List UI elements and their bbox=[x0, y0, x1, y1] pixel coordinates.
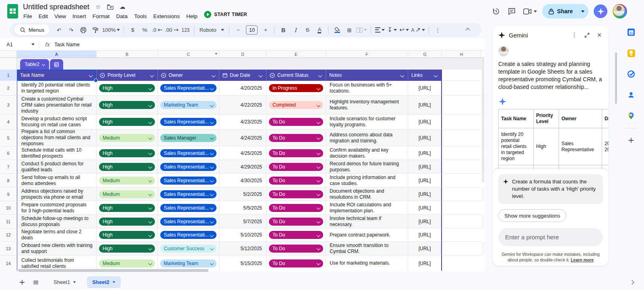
horizontal-scrollbar-thumb[interactable] bbox=[18, 269, 208, 272]
menu-view[interactable]: View bbox=[51, 12, 69, 21]
status-chip[interactable]: To Do bbox=[269, 149, 323, 157]
vertical-align-button[interactable]: ↧ bbox=[386, 25, 398, 35]
priority-chip[interactable]: High bbox=[99, 163, 155, 171]
chevron-down-icon[interactable] bbox=[89, 73, 93, 77]
owner-cell[interactable]: Sales Representati... bbox=[158, 81, 219, 96]
status-cell[interactable]: To Do bbox=[266, 146, 326, 160]
status-cell[interactable]: In Progress bbox=[266, 81, 326, 96]
link-cell[interactable]: [URL] bbox=[408, 228, 442, 242]
owner-cell[interactable]: Sales Representati... bbox=[158, 215, 219, 228]
format-currency-button[interactable]: $ bbox=[127, 25, 138, 35]
close-panel-icon[interactable]: × bbox=[595, 31, 604, 39]
priority-cell[interactable]: Medium bbox=[97, 130, 158, 146]
move-folder-icon[interactable] bbox=[107, 4, 114, 10]
empty-cell[interactable] bbox=[442, 201, 481, 215]
decrease-font-size-button[interactable]: − bbox=[232, 25, 244, 35]
borders-button[interactable]: ⊞ bbox=[343, 25, 355, 35]
learn-more-link[interactable]: Learn more bbox=[571, 257, 594, 262]
table-name-badge[interactable]: Table2 bbox=[20, 59, 49, 70]
italic-button[interactable]: I bbox=[289, 25, 301, 35]
horizontal-scrollbar[interactable] bbox=[0, 269, 485, 273]
panel-scrollbar-thumb[interactable] bbox=[615, 52, 617, 104]
notes-cell[interactable]: Involve technical team if necessary. bbox=[326, 215, 408, 228]
share-dropdown-caret-icon[interactable] bbox=[578, 4, 588, 19]
status-chip[interactable]: To Do bbox=[269, 177, 323, 185]
empty-cell[interactable] bbox=[442, 242, 481, 255]
row-number[interactable]: 1 bbox=[0, 70, 17, 81]
chevron-down-icon[interactable] bbox=[434, 73, 438, 77]
notes-cell[interactable]: Highlight inventory management features. bbox=[326, 96, 408, 115]
panel-menu-icon[interactable]: ⋮ bbox=[570, 31, 579, 39]
start-timer-button[interactable]: START TIMER bbox=[204, 11, 247, 18]
owner-chip[interactable]: Sales Representati... bbox=[160, 218, 217, 226]
status-cell[interactable]: To Do bbox=[266, 115, 326, 130]
empty-cell[interactable] bbox=[442, 187, 481, 201]
notes-cell[interactable]: Include scenarios for customer loyalty p… bbox=[326, 115, 408, 130]
menu-file[interactable]: File bbox=[20, 12, 35, 21]
row-number[interactable]: 12 bbox=[0, 228, 17, 242]
name-box[interactable]: A1 bbox=[0, 41, 39, 47]
menu-edit[interactable]: Edit bbox=[35, 12, 51, 21]
calendar-icon[interactable]: 31 bbox=[627, 28, 635, 36]
chevron-down-icon[interactable] bbox=[150, 73, 154, 77]
menu-tools[interactable]: Tools bbox=[131, 12, 150, 21]
link-cell[interactable]: [URL] bbox=[408, 174, 442, 187]
column-header-H[interactable]: H bbox=[442, 51, 481, 58]
column-dropdown-caret-icon[interactable] bbox=[215, 53, 217, 55]
status-chip[interactable]: Completed bbox=[269, 101, 323, 109]
priority-cell[interactable]: High bbox=[97, 228, 158, 242]
priority-cell[interactable]: High bbox=[97, 81, 158, 96]
menu-extensions[interactable]: Extensions bbox=[150, 12, 183, 21]
table-tools-badge[interactable] bbox=[50, 59, 63, 70]
strikethrough-button[interactable]: S bbox=[301, 25, 313, 35]
owner-cell[interactable]: Sales Representati... bbox=[158, 174, 219, 187]
status-cell[interactable]: To Do bbox=[266, 242, 326, 255]
row-number[interactable]: 3 bbox=[0, 96, 17, 115]
status-cell[interactable]: To Do bbox=[266, 130, 326, 146]
column-header-A[interactable]: A bbox=[17, 51, 97, 58]
get-add-ons-button[interactable]: + bbox=[627, 136, 635, 144]
owner-cell[interactable]: Marketing Team bbox=[158, 96, 219, 115]
task-cell[interactable]: Onboard new clients with training and su… bbox=[17, 242, 97, 255]
horizontal-align-button[interactable] bbox=[374, 25, 386, 35]
due-date-cell[interactable]: 4/24/2025 bbox=[219, 130, 266, 146]
status-cell[interactable]: To Do bbox=[266, 187, 326, 201]
priority-chip[interactable]: High bbox=[99, 218, 155, 226]
notes-cell[interactable]: Include pricing information and case stu… bbox=[326, 174, 408, 187]
link-cell[interactable]: [URL] bbox=[408, 160, 442, 174]
priority-chip[interactable]: High bbox=[99, 84, 155, 92]
menu-help[interactable]: Help bbox=[183, 12, 201, 21]
vertical-scrollbar[interactable] bbox=[481, 51, 485, 271]
header-cell-current-status[interactable]: Current Status bbox=[266, 70, 326, 81]
header-cell-due-date[interactable]: Due Date bbox=[219, 70, 266, 81]
priority-chip[interactable]: High bbox=[99, 101, 155, 109]
hide-menus-button[interactable] bbox=[462, 25, 473, 35]
status-chip[interactable]: To Do bbox=[269, 204, 323, 212]
due-date-cell[interactable]: 5/2/2025 bbox=[219, 187, 266, 201]
menu-insert[interactable]: Insert bbox=[69, 12, 89, 21]
star-icon[interactable]: ☆ bbox=[95, 4, 101, 10]
owner-chip[interactable]: Sales Representati... bbox=[160, 84, 217, 92]
notes-cell[interactable]: Prepare contract paperwork. bbox=[326, 228, 408, 242]
link-cell[interactable]: [URL] bbox=[408, 115, 442, 130]
share-button[interactable]: Share bbox=[542, 4, 588, 19]
column-header-C[interactable]: C bbox=[158, 51, 219, 58]
status-chip[interactable]: In Progress bbox=[269, 84, 323, 92]
empty-cell[interactable] bbox=[442, 115, 481, 130]
status-cell[interactable]: To Do bbox=[266, 201, 326, 215]
priority-chip[interactable]: Medium bbox=[99, 259, 155, 267]
task-cell[interactable]: Prepare customized proposals for 3 high-… bbox=[17, 201, 97, 215]
zoom-select[interactable]: 100% bbox=[101, 25, 121, 35]
priority-cell[interactable]: High bbox=[97, 96, 158, 115]
tasks-icon[interactable] bbox=[627, 70, 635, 78]
header-cell-links[interactable]: Links bbox=[408, 70, 442, 81]
bold-button[interactable]: B bbox=[277, 25, 289, 35]
status-chip[interactable]: To Do bbox=[269, 163, 323, 171]
owner-chip[interactable]: Sales Manager bbox=[160, 134, 217, 142]
notes-cell[interactable]: Document objections and resolutions in C… bbox=[326, 187, 408, 201]
text-rotation-button[interactable]: A↗ bbox=[410, 25, 426, 35]
owner-chip[interactable]: Sales Representati... bbox=[160, 231, 217, 239]
print-button[interactable] bbox=[77, 25, 89, 35]
status-chip[interactable]: To Do bbox=[269, 245, 323, 253]
task-cell[interactable]: Create a customized Cymbal CRM sales pre… bbox=[17, 96, 97, 115]
